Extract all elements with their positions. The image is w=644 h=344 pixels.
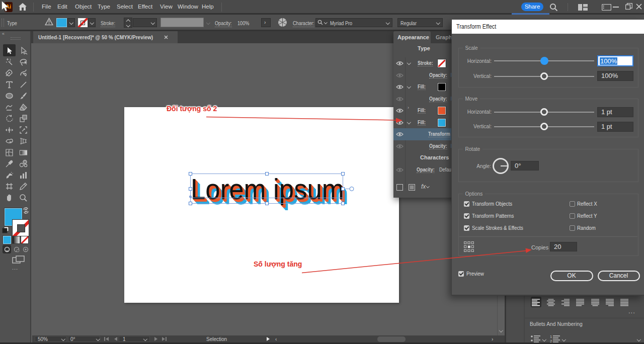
svg-text:1: 1: [550, 335, 552, 339]
svg-text:2: 2: [550, 339, 552, 342]
